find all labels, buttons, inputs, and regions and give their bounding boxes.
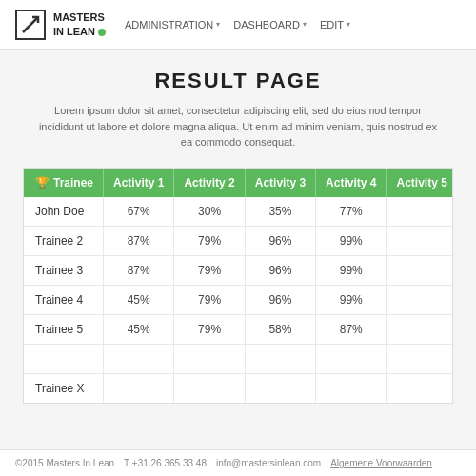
col-activity5: Activity 5 bbox=[387, 169, 453, 197]
main-nav: ADMINISTRATION ▾ DASHBOARD ▾ EDIT ▾ bbox=[125, 19, 461, 30]
cell-activity-value bbox=[245, 373, 315, 403]
cell-activity-value: 79% bbox=[174, 285, 245, 314]
caret-edit-icon: ▾ bbox=[347, 20, 350, 29]
trainee-icon: 🏆 bbox=[35, 176, 50, 189]
cell-trainee-name: Trainee 3 bbox=[24, 255, 104, 285]
cell-trainee-name: Trainee 5 bbox=[24, 314, 104, 344]
cell-activity-value: 77% bbox=[316, 197, 387, 227]
table-row bbox=[24, 344, 453, 373]
cell-trainee-name: Trainee 2 bbox=[24, 226, 104, 255]
cell-activity-value bbox=[174, 373, 245, 403]
logo-dot bbox=[98, 29, 106, 36]
cell-activity-value: 96% bbox=[245, 285, 315, 314]
caret-dashboard-icon: ▾ bbox=[303, 20, 307, 29]
cell-activity-value: 45% bbox=[104, 285, 174, 314]
cell-activity-value: 35% bbox=[245, 197, 315, 227]
cell-activity-value bbox=[387, 344, 453, 373]
footer: ©2015 Masters In Lean T +31 26 365 33 48… bbox=[0, 449, 476, 476]
cell-activity-value bbox=[387, 373, 453, 403]
cell-activity-value: 99% bbox=[316, 255, 387, 285]
header: MASTERS IN LEAN ADMINISTRATION ▾ DASHBOA… bbox=[0, 0, 476, 50]
footer-link[interactable]: Algemene Voorwaarden bbox=[330, 458, 432, 468]
results-table: 🏆Trainee Activity 1 Activity 2 Activity … bbox=[24, 169, 453, 403]
cell-activity-value bbox=[387, 255, 453, 285]
cell-activity-value: 79% bbox=[174, 226, 245, 255]
col-activity4: Activity 4 bbox=[316, 169, 387, 197]
page-title: RESULT PAGE bbox=[23, 69, 453, 93]
cell-activity-value: 96% bbox=[245, 226, 315, 255]
footer-email: info@mastersinlean.com bbox=[216, 458, 321, 468]
cell-trainee-name: Trainee X bbox=[24, 373, 104, 403]
logo: MASTERS IN LEAN bbox=[15, 10, 106, 40]
table-row: Trainee 445%79%96%99% bbox=[24, 285, 453, 314]
cell-activity-value: 87% bbox=[104, 226, 174, 255]
caret-administration-icon: ▾ bbox=[216, 20, 220, 29]
footer-copyright: ©2015 Masters In Lean bbox=[15, 458, 114, 468]
table-row: Trainee X bbox=[24, 373, 453, 403]
table-row: Trainee 287%79%96%99% bbox=[24, 226, 453, 255]
cell-activity-value: 87% bbox=[316, 314, 387, 344]
table-row: John Doe67%30%35%77% bbox=[24, 197, 453, 227]
cell-activity-value bbox=[387, 314, 453, 344]
cell-activity-value: 30% bbox=[174, 197, 245, 227]
cell-activity-value bbox=[387, 197, 453, 227]
cell-trainee-name: Trainee 4 bbox=[24, 285, 104, 314]
cell-activity-value bbox=[316, 344, 387, 373]
nav-dashboard[interactable]: DASHBOARD ▾ bbox=[233, 19, 307, 30]
table-row: Trainee 387%79%96%99% bbox=[24, 255, 453, 285]
col-activity2: Activity 2 bbox=[174, 169, 245, 197]
cell-activity-value: 99% bbox=[316, 226, 387, 255]
cell-activity-value bbox=[387, 285, 453, 314]
nav-administration[interactable]: ADMINISTRATION ▾ bbox=[125, 19, 220, 30]
cell-activity-value: 79% bbox=[174, 314, 245, 344]
logo-icon bbox=[15, 10, 46, 40]
cell-activity-value: 87% bbox=[104, 255, 174, 285]
cell-activity-value: 67% bbox=[104, 197, 174, 227]
cell-activity-value: 79% bbox=[174, 255, 245, 285]
cell-trainee-name: John Doe bbox=[24, 197, 104, 227]
table-row: Trainee 545%79%58%87% bbox=[24, 314, 453, 344]
nav-edit[interactable]: EDIT ▾ bbox=[320, 19, 350, 30]
cell-activity-value: 45% bbox=[104, 314, 174, 344]
footer-phone: T +31 26 365 33 48 bbox=[124, 458, 207, 468]
cell-activity-value bbox=[104, 344, 174, 373]
cell-activity-value bbox=[387, 226, 453, 255]
cell-activity-value: 99% bbox=[316, 285, 387, 314]
svg-line-0 bbox=[23, 17, 38, 32]
cell-activity-value bbox=[316, 373, 387, 403]
cell-activity-value bbox=[245, 344, 315, 373]
cell-trainee-name bbox=[24, 344, 104, 373]
main-content: RESULT PAGE Lorem ipsum dolor sit amet, … bbox=[0, 50, 476, 419]
col-activity1: Activity 1 bbox=[104, 169, 174, 197]
cell-activity-value bbox=[104, 373, 174, 403]
results-table-wrapper: 🏆Trainee Activity 1 Activity 2 Activity … bbox=[23, 168, 453, 404]
page-description: Lorem ipsum dolor sit amet, consectetur … bbox=[38, 103, 438, 150]
col-trainee: 🏆Trainee bbox=[24, 169, 104, 197]
cell-activity-value: 58% bbox=[245, 314, 315, 344]
table-header-row: 🏆Trainee Activity 1 Activity 2 Activity … bbox=[24, 169, 453, 197]
cell-activity-value bbox=[174, 344, 245, 373]
cell-activity-value: 96% bbox=[245, 255, 315, 285]
logo-text: MASTERS IN LEAN bbox=[53, 10, 106, 38]
col-activity3: Activity 3 bbox=[245, 169, 315, 197]
